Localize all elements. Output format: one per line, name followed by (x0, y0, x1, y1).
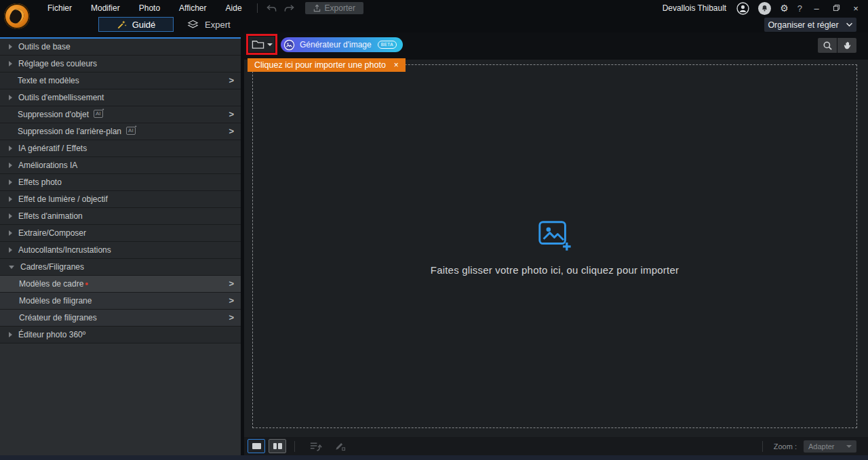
sidebar-item-label: Outils de base (18, 42, 71, 51)
sidebar-item-modeles-de-cadre[interactable]: Modèles de cadre > (0, 276, 241, 293)
chevron-right-icon: > (229, 109, 234, 119)
main-workspace: Générateur d'image BETA Cliquez ici pour… (244, 33, 868, 460)
magic-wand-icon (117, 20, 127, 30)
account-avatar-icon[interactable] (736, 2, 749, 15)
dropzone-message: Faites glisser votre photo ici, ou cliqu… (431, 264, 679, 276)
expander-triangle-icon (9, 247, 12, 253)
sidebar-item-texte-et-modeles[interactable]: Texte et modèles > (0, 72, 241, 89)
menu-aide[interactable]: Aide (216, 0, 252, 16)
apply-adjustments-icon[interactable] (309, 441, 322, 452)
status-bar: Zoom : Adapter (244, 437, 868, 455)
edit-pencil-icon[interactable] (334, 441, 346, 451)
divider (257, 3, 258, 13)
divider (762, 441, 763, 452)
window-minimize-icon[interactable]: – (811, 3, 822, 14)
new-indicator-dot (85, 283, 88, 285)
zoom-label: Zoom : (774, 442, 797, 451)
red-highlight-box (246, 34, 277, 55)
user-name: Devallois Thibault (663, 3, 727, 13)
zoom-level-dropdown[interactable]: Adapter (804, 440, 856, 453)
menu-modifier[interactable]: Modifier (81, 0, 130, 16)
ai-badge-icon: AI (94, 110, 103, 118)
sidebar-item-label: Texte et modèles (18, 76, 79, 85)
sidebar-item-ia-generatif-effets[interactable]: IA génératif / Effets (0, 140, 241, 157)
sidebar-item-label: Outils d'embellissement (18, 93, 104, 102)
sidebar-item-label: Modèles de cadre (19, 279, 83, 289)
export-icon (313, 4, 321, 12)
chevron-right-icon: > (229, 126, 234, 136)
sidebar-item-label: Créateur de filigranes (19, 313, 97, 322)
chevron-right-icon: > (229, 278, 234, 289)
menu-afficher[interactable]: Afficher (170, 0, 216, 16)
sidebar-item-effets-photo[interactable]: Effets photo (0, 174, 241, 191)
expander-triangle-icon (9, 213, 12, 219)
sidebar-item-effet-lumiere-objectif[interactable]: Effet de lumière / objectif (0, 191, 241, 208)
ai-badge-icon: AI (126, 127, 136, 135)
sidebar-item-label: Cadres/Filigranes (20, 262, 84, 272)
photo-dropzone[interactable]: Faites glisser votre photo ici, ou cliqu… (252, 64, 857, 428)
sidebar-item-outils-de-base[interactable]: Outils de base (0, 39, 241, 56)
split-view-icon-right (278, 443, 282, 449)
menubar: Fichier Modifier Photo Afficher Aide (38, 0, 252, 16)
tab-guided[interactable]: Guidé (98, 17, 174, 32)
export-button[interactable]: Exporter (305, 2, 363, 14)
single-view-button[interactable] (248, 439, 265, 453)
sidebar-item-label: Extraire/Composer (18, 228, 86, 238)
notifications-bell-icon[interactable] (758, 2, 771, 15)
sidebar-item-label: Réglage des couleurs (18, 59, 97, 68)
layers-icon (187, 20, 199, 29)
sidebar-item-editeur-photo-360[interactable]: Éditeur photo 360º (0, 327, 241, 343)
sidebar-item-extraire-composer[interactable]: Extraire/Composer (0, 225, 241, 242)
beta-badge: BETA (378, 41, 397, 49)
sidebar-item-ameliorations-ia[interactable]: Améliorations IA (0, 157, 241, 174)
chevron-right-icon: > (229, 295, 234, 306)
tab-expert[interactable]: Expert (182, 17, 236, 32)
sidebar-item-label: IA génératif / Effets (18, 144, 87, 153)
sidebar-item-cadres-filigranes[interactable]: Cadres/Filigranes (0, 259, 241, 276)
export-label: Exporter (325, 3, 355, 13)
settings-gear-icon[interactable]: ⚙ (780, 3, 789, 13)
app-logo-icon (4, 3, 30, 29)
add-image-icon (536, 217, 573, 253)
sidebar-item-createur-de-filigranes[interactable]: Créateur de filigranes > (0, 310, 241, 327)
redo-icon[interactable] (281, 2, 298, 14)
chevron-right-icon: > (229, 75, 234, 85)
organize-adjust-dropdown[interactable]: Organiser et régler (764, 18, 856, 32)
sidebar-item-label: Autocollants/Incrustations (18, 245, 111, 255)
window-restore-icon[interactable] (831, 3, 842, 14)
expander-triangle-icon (9, 95, 12, 100)
tab-guided-label: Guidé (132, 20, 156, 30)
undo-icon[interactable] (263, 2, 281, 14)
canvas-tools (818, 38, 856, 53)
pan-hand-tool-button[interactable] (837, 38, 856, 53)
help-icon[interactable]: ? (797, 4, 802, 13)
menu-photo[interactable]: Photo (130, 0, 170, 16)
import-tooltip-text: Cliquez ici pour importer une photo (254, 60, 386, 70)
sidebar-item-autocollants-incrustations[interactable]: Autocollants/Incrustations (0, 242, 241, 259)
titlebar: Fichier Modifier Photo Afficher Aide Exp… (0, 0, 868, 16)
tooltip-close-icon[interactable]: × (394, 60, 399, 70)
expander-triangle-icon (9, 61, 12, 66)
window-close-icon[interactable]: × (850, 3, 861, 14)
sidebar-item-outils-embellissement[interactable]: Outils d'embellissement (0, 89, 241, 106)
sidebar-item-effets-animation[interactable]: Effets d'animation (0, 208, 241, 225)
sidebar-item-suppression-objet[interactable]: Suppression d'objet AI > (0, 106, 241, 123)
zoom-controls: Zoom : Adapter (754, 437, 868, 455)
compare-view-button[interactable] (269, 439, 286, 453)
chevron-right-icon: > (229, 312, 234, 322)
sidebar-item-suppression-arriere-plan[interactable]: Suppression de l'arrière-plan AI > (0, 123, 241, 140)
menu-fichier[interactable]: Fichier (38, 0, 81, 16)
single-view-icon (252, 443, 261, 449)
sidebar-item-modeles-de-filigrane[interactable]: Modèles de filigrane > (0, 293, 241, 310)
expander-triangle-icon (9, 180, 12, 185)
expander-triangle-icon (9, 146, 12, 151)
window-bottom-edge (0, 455, 868, 460)
sidebar-item-label: Suppression de l'arrière-plan (18, 127, 121, 136)
image-generator-button[interactable]: Générateur d'image BETA (281, 37, 403, 52)
sidebar-item-reglage-des-couleurs[interactable]: Réglage des couleurs (0, 56, 241, 72)
import-photo-tooltip[interactable]: Cliquez ici pour importer une photo × (248, 58, 406, 72)
zoom-tool-button[interactable] (818, 38, 837, 53)
chevron-down-icon (846, 22, 853, 27)
sidebar-item-label: Modèles de filigrane (19, 296, 92, 306)
sidebar-item-label: Suppression d'objet (18, 110, 89, 119)
